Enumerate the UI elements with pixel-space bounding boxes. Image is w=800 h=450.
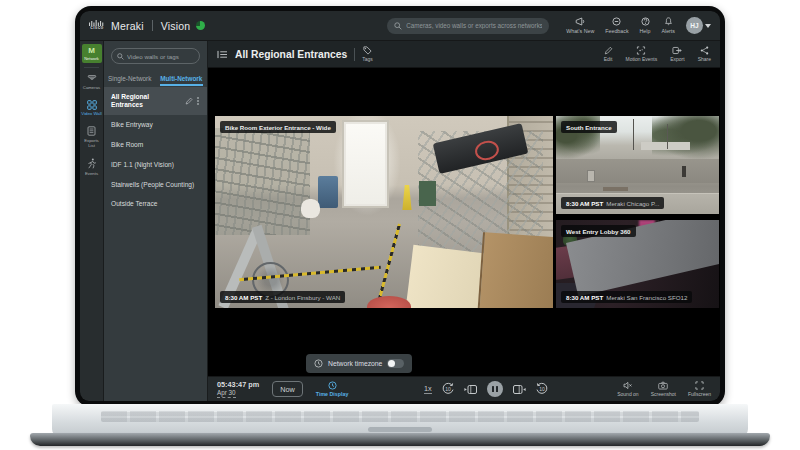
main-panel: All Regional Entrances Tags Edit M xyxy=(208,41,720,401)
help-button[interactable]: Help xyxy=(640,17,651,34)
rail-item-video-wall[interactable]: Video Wall xyxy=(80,95,103,122)
cisco-logo: cisco xyxy=(89,20,105,31)
avatar[interactable]: HJ xyxy=(686,17,703,34)
export-button[interactable]: Export xyxy=(670,46,684,63)
list-item-label: Bike Entryway xyxy=(111,121,200,129)
tags-button[interactable]: Tags xyxy=(362,46,373,63)
camera-tile-south-entrance[interactable]: South Entrance 8:30 AM PSTMeraki Chicago… xyxy=(556,116,719,214)
clock-icon xyxy=(314,359,323,368)
top-actions: What's New Feedback Help Alerts HJ xyxy=(566,17,711,34)
whats-new-button[interactable]: What's New xyxy=(566,17,594,34)
current-time-block: 05:43:47 pm Apr 30 xyxy=(217,380,259,398)
rail-divider xyxy=(84,67,99,68)
rail-item-exports-list[interactable]: Exports List xyxy=(80,121,103,153)
whats-new-label: What's New xyxy=(566,28,594,34)
search-icon xyxy=(117,53,124,60)
screenshot-button[interactable]: Screenshot xyxy=(651,381,676,398)
edit-pencil-icon[interactable] xyxy=(185,97,193,105)
alerts-label: Alerts xyxy=(661,28,675,34)
header-actions: Edit Motion Events Export Share xyxy=(604,46,711,63)
pause-button[interactable] xyxy=(487,381,503,397)
video-wall-list: All Regional Entrances Bike Entryway Bik… xyxy=(104,87,207,214)
video-wall-label: Video Wall xyxy=(81,111,102,116)
brand-divider xyxy=(152,20,153,31)
bell-icon xyxy=(664,17,673,26)
global-search-input[interactable] xyxy=(406,22,542,29)
network-timezone-toggle[interactable] xyxy=(387,359,404,368)
search-icon xyxy=(394,22,402,30)
feedback-button[interactable]: Feedback xyxy=(605,17,628,34)
fullscreen-icon xyxy=(695,381,704,390)
sidebar-search[interactable] xyxy=(111,48,200,64)
export-label: Export xyxy=(670,56,684,62)
playback-controls: 1x 10 10 xyxy=(424,377,549,401)
tags-label: Tags xyxy=(362,56,373,62)
now-button[interactable]: Now xyxy=(272,381,303,397)
screenshot-label: Screenshot xyxy=(651,391,676,397)
next-frame-button[interactable] xyxy=(512,384,526,395)
camera-dome-icon xyxy=(87,75,97,83)
global-search[interactable] xyxy=(387,18,549,34)
current-date[interactable]: Apr 30 xyxy=(217,389,236,398)
list-item-idf-11-night-vision[interactable]: IDF 1.1 (Night Vision) xyxy=(104,155,207,175)
more-options-icon[interactable] xyxy=(197,100,199,102)
rewind-10-button[interactable]: 10 xyxy=(441,382,455,396)
previous-frame-button[interactable] xyxy=(464,384,478,395)
alerts-button[interactable]: Alerts xyxy=(661,17,675,34)
list-item-stairwells-people-counting[interactable]: Stairwells (People Counting) xyxy=(104,175,207,195)
rail-item-events[interactable]: Events xyxy=(80,153,103,181)
edit-button[interactable]: Edit xyxy=(604,46,613,63)
tab-single-network[interactable]: Single-Network xyxy=(104,70,156,86)
sound-on-button[interactable]: Sound on xyxy=(617,381,638,398)
page-title: All Regional Entrances xyxy=(235,49,347,60)
camera-time-badge: 8:30 AM PSTZ - London Finsbury - WAN xyxy=(220,291,345,303)
time-display-button[interactable]: Time Display xyxy=(316,381,349,397)
stage-actions: Sound on Screenshot Fullscreen xyxy=(617,377,711,401)
tab-multi-network[interactable]: Multi-Network xyxy=(156,70,208,86)
camera-network: Z - London Finsbury - WAN xyxy=(265,294,340,301)
camera-name-badge: West Entry Lobby 360 xyxy=(561,225,636,237)
camera-tile-west-entry-lobby[interactable]: West Entry Lobby 360 8:30 AM PSTMeraki S… xyxy=(556,220,719,308)
fullscreen-button[interactable]: Fullscreen xyxy=(688,381,711,398)
camera-time-badge: 8:30 AM PSTMeraki San Francisco SFO12 xyxy=(561,291,692,303)
sidebar-search-input[interactable] xyxy=(127,53,194,60)
feedback-icon xyxy=(612,17,621,26)
network-timezone-pill: Network timezone xyxy=(306,354,412,373)
motion-events-button[interactable]: Motion Events xyxy=(626,46,658,63)
camera-time-badge: 8:30 AM PSTMeraki Chicago P... xyxy=(561,197,664,209)
list-item-bike-room[interactable]: Bike Room xyxy=(104,135,207,155)
app-body: M Network Cameras Video Wall Exports Lis… xyxy=(80,41,720,401)
forward-10-button[interactable]: 10 xyxy=(535,382,549,396)
camera-tile-bike-room-exterior[interactable]: Bike Room Exterior Entrance - Wide 8:30 … xyxy=(215,116,553,308)
meraki-wordmark: Meraki xyxy=(111,20,144,32)
motion-events-icon xyxy=(636,46,646,55)
speaker-icon xyxy=(623,381,633,390)
list-item-bike-entryway[interactable]: Bike Entryway xyxy=(104,115,207,135)
megaphone-icon xyxy=(575,17,586,26)
network-timezone-label: Network timezone xyxy=(328,360,382,367)
camera-icon xyxy=(658,381,668,390)
top-bar: cisco Meraki Vision What's New Feedback xyxy=(80,11,720,41)
feedback-label: Feedback xyxy=(605,28,628,34)
rail-item-network[interactable]: M Network xyxy=(82,44,102,63)
network-badge: M xyxy=(88,47,95,55)
share-icon xyxy=(700,46,709,55)
account-menu[interactable]: HJ xyxy=(686,17,711,34)
playback-speed-button[interactable]: 1x xyxy=(424,384,432,394)
list-item-all-regional-entrances[interactable]: All Regional Entrances xyxy=(104,87,207,115)
fullscreen-label: Fullscreen xyxy=(688,391,711,397)
share-label: Share xyxy=(698,56,711,62)
motion-events-label: Motion Events xyxy=(626,56,658,62)
rail-item-cameras[interactable]: Cameras xyxy=(80,70,103,95)
share-button[interactable]: Share xyxy=(698,46,711,63)
brand: cisco Meraki Vision xyxy=(89,20,205,32)
laptop-lid: cisco Meraki Vision What's New Feedback xyxy=(75,6,725,407)
product-name: Vision xyxy=(161,20,191,32)
list-item-label: IDF 1.1 (Night Vision) xyxy=(111,161,200,169)
list-item-outside-terrace[interactable]: Outside Terrace xyxy=(104,194,207,214)
main-header: All Regional Entrances Tags Edit M xyxy=(208,41,720,68)
document-icon xyxy=(87,126,96,136)
svg-text:10: 10 xyxy=(539,386,545,392)
camera-network: Meraki San Francisco SFO12 xyxy=(606,294,687,301)
wall-list-icon[interactable] xyxy=(217,50,228,59)
